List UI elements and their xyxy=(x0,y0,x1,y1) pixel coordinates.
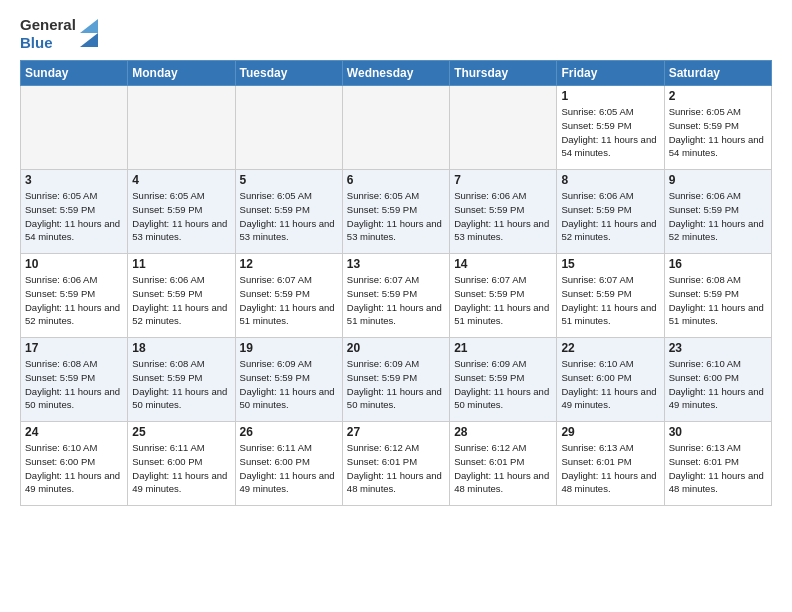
day-number: 13 xyxy=(347,257,445,271)
day-info: Sunrise: 6:05 AMSunset: 5:59 PMDaylight:… xyxy=(132,189,230,244)
day-number: 25 xyxy=(132,425,230,439)
calendar-day-cell: 27Sunrise: 6:12 AMSunset: 6:01 PMDayligh… xyxy=(342,422,449,506)
day-info: Sunrise: 6:05 AMSunset: 5:59 PMDaylight:… xyxy=(347,189,445,244)
calendar-day-cell: 15Sunrise: 6:07 AMSunset: 5:59 PMDayligh… xyxy=(557,254,664,338)
calendar-week-row: 3Sunrise: 6:05 AMSunset: 5:59 PMDaylight… xyxy=(21,170,772,254)
day-info: Sunrise: 6:06 AMSunset: 5:59 PMDaylight:… xyxy=(669,189,767,244)
calendar-day-cell: 1Sunrise: 6:05 AMSunset: 5:59 PMDaylight… xyxy=(557,86,664,170)
calendar-day-cell: 20Sunrise: 6:09 AMSunset: 5:59 PMDayligh… xyxy=(342,338,449,422)
calendar-week-row: 17Sunrise: 6:08 AMSunset: 5:59 PMDayligh… xyxy=(21,338,772,422)
day-number: 9 xyxy=(669,173,767,187)
day-number: 21 xyxy=(454,341,552,355)
calendar-day-cell: 4Sunrise: 6:05 AMSunset: 5:59 PMDaylight… xyxy=(128,170,235,254)
day-info: Sunrise: 6:10 AMSunset: 6:00 PMDaylight:… xyxy=(669,357,767,412)
day-info: Sunrise: 6:06 AMSunset: 5:59 PMDaylight:… xyxy=(132,273,230,328)
logo-line2: Blue xyxy=(20,34,76,52)
calendar-day-cell: 19Sunrise: 6:09 AMSunset: 5:59 PMDayligh… xyxy=(235,338,342,422)
day-number: 22 xyxy=(561,341,659,355)
day-info: Sunrise: 6:05 AMSunset: 5:59 PMDaylight:… xyxy=(240,189,338,244)
day-info: Sunrise: 6:13 AMSunset: 6:01 PMDaylight:… xyxy=(561,441,659,496)
calendar-day-cell: 22Sunrise: 6:10 AMSunset: 6:00 PMDayligh… xyxy=(557,338,664,422)
calendar-day-cell: 10Sunrise: 6:06 AMSunset: 5:59 PMDayligh… xyxy=(21,254,128,338)
day-info: Sunrise: 6:05 AMSunset: 5:59 PMDaylight:… xyxy=(561,105,659,160)
calendar-day-cell: 26Sunrise: 6:11 AMSunset: 6:00 PMDayligh… xyxy=(235,422,342,506)
logo: General Blue xyxy=(20,16,100,52)
day-number: 8 xyxy=(561,173,659,187)
day-info: Sunrise: 6:06 AMSunset: 5:59 PMDaylight:… xyxy=(25,273,123,328)
calendar-day-cell: 11Sunrise: 6:06 AMSunset: 5:59 PMDayligh… xyxy=(128,254,235,338)
day-info: Sunrise: 6:05 AMSunset: 5:59 PMDaylight:… xyxy=(25,189,123,244)
calendar-day-cell: 14Sunrise: 6:07 AMSunset: 5:59 PMDayligh… xyxy=(450,254,557,338)
day-info: Sunrise: 6:07 AMSunset: 5:59 PMDaylight:… xyxy=(454,273,552,328)
day-number: 17 xyxy=(25,341,123,355)
day-info: Sunrise: 6:09 AMSunset: 5:59 PMDaylight:… xyxy=(240,357,338,412)
calendar-day-cell: 18Sunrise: 6:08 AMSunset: 5:59 PMDayligh… xyxy=(128,338,235,422)
calendar-day-cell: 25Sunrise: 6:11 AMSunset: 6:00 PMDayligh… xyxy=(128,422,235,506)
day-number: 20 xyxy=(347,341,445,355)
day-info: Sunrise: 6:07 AMSunset: 5:59 PMDaylight:… xyxy=(240,273,338,328)
calendar-day-cell: 17Sunrise: 6:08 AMSunset: 5:59 PMDayligh… xyxy=(21,338,128,422)
calendar-day-cell: 3Sunrise: 6:05 AMSunset: 5:59 PMDaylight… xyxy=(21,170,128,254)
day-number: 28 xyxy=(454,425,552,439)
day-number: 18 xyxy=(132,341,230,355)
calendar-day-cell: 2Sunrise: 6:05 AMSunset: 5:59 PMDaylight… xyxy=(664,86,771,170)
day-info: Sunrise: 6:10 AMSunset: 6:00 PMDaylight:… xyxy=(561,357,659,412)
day-info: Sunrise: 6:09 AMSunset: 5:59 PMDaylight:… xyxy=(454,357,552,412)
calendar-day-cell: 30Sunrise: 6:13 AMSunset: 6:01 PMDayligh… xyxy=(664,422,771,506)
day-info: Sunrise: 6:08 AMSunset: 5:59 PMDaylight:… xyxy=(25,357,123,412)
calendar-day-cell xyxy=(128,86,235,170)
day-info: Sunrise: 6:10 AMSunset: 6:00 PMDaylight:… xyxy=(25,441,123,496)
calendar-week-row: 10Sunrise: 6:06 AMSunset: 5:59 PMDayligh… xyxy=(21,254,772,338)
day-number: 27 xyxy=(347,425,445,439)
day-number: 7 xyxy=(454,173,552,187)
day-number: 19 xyxy=(240,341,338,355)
day-number: 30 xyxy=(669,425,767,439)
calendar-day-cell: 29Sunrise: 6:13 AMSunset: 6:01 PMDayligh… xyxy=(557,422,664,506)
calendar-day-cell: 6Sunrise: 6:05 AMSunset: 5:59 PMDaylight… xyxy=(342,170,449,254)
calendar-day-cell xyxy=(450,86,557,170)
day-info: Sunrise: 6:05 AMSunset: 5:59 PMDaylight:… xyxy=(669,105,767,160)
day-number: 2 xyxy=(669,89,767,103)
calendar-day-cell: 16Sunrise: 6:08 AMSunset: 5:59 PMDayligh… xyxy=(664,254,771,338)
column-header-monday: Monday xyxy=(128,61,235,86)
day-number: 1 xyxy=(561,89,659,103)
logo-line1: General xyxy=(20,16,76,34)
column-header-wednesday: Wednesday xyxy=(342,61,449,86)
day-info: Sunrise: 6:09 AMSunset: 5:59 PMDaylight:… xyxy=(347,357,445,412)
day-number: 6 xyxy=(347,173,445,187)
svg-marker-1 xyxy=(80,19,98,33)
calendar-day-cell xyxy=(342,86,449,170)
day-info: Sunrise: 6:07 AMSunset: 5:59 PMDaylight:… xyxy=(561,273,659,328)
logo-triangle-icon xyxy=(78,19,100,49)
page: General Blue SundayMondayTuesdayWednesda… xyxy=(0,0,792,526)
calendar-day-cell: 13Sunrise: 6:07 AMSunset: 5:59 PMDayligh… xyxy=(342,254,449,338)
calendar-header-row: SundayMondayTuesdayWednesdayThursdayFrid… xyxy=(21,61,772,86)
day-number: 15 xyxy=(561,257,659,271)
calendar-day-cell: 12Sunrise: 6:07 AMSunset: 5:59 PMDayligh… xyxy=(235,254,342,338)
column-header-tuesday: Tuesday xyxy=(235,61,342,86)
day-info: Sunrise: 6:06 AMSunset: 5:59 PMDaylight:… xyxy=(561,189,659,244)
calendar-week-row: 24Sunrise: 6:10 AMSunset: 6:00 PMDayligh… xyxy=(21,422,772,506)
day-info: Sunrise: 6:12 AMSunset: 6:01 PMDaylight:… xyxy=(347,441,445,496)
day-number: 29 xyxy=(561,425,659,439)
day-info: Sunrise: 6:12 AMSunset: 6:01 PMDaylight:… xyxy=(454,441,552,496)
calendar-day-cell: 23Sunrise: 6:10 AMSunset: 6:00 PMDayligh… xyxy=(664,338,771,422)
day-number: 3 xyxy=(25,173,123,187)
column-header-thursday: Thursday xyxy=(450,61,557,86)
column-header-friday: Friday xyxy=(557,61,664,86)
calendar-day-cell xyxy=(21,86,128,170)
day-number: 5 xyxy=(240,173,338,187)
calendar-day-cell: 9Sunrise: 6:06 AMSunset: 5:59 PMDaylight… xyxy=(664,170,771,254)
day-info: Sunrise: 6:11 AMSunset: 6:00 PMDaylight:… xyxy=(240,441,338,496)
calendar-day-cell: 5Sunrise: 6:05 AMSunset: 5:59 PMDaylight… xyxy=(235,170,342,254)
calendar-day-cell xyxy=(235,86,342,170)
header: General Blue xyxy=(20,16,772,52)
calendar-week-row: 1Sunrise: 6:05 AMSunset: 5:59 PMDaylight… xyxy=(21,86,772,170)
day-info: Sunrise: 6:13 AMSunset: 6:01 PMDaylight:… xyxy=(669,441,767,496)
day-info: Sunrise: 6:07 AMSunset: 5:59 PMDaylight:… xyxy=(347,273,445,328)
day-info: Sunrise: 6:06 AMSunset: 5:59 PMDaylight:… xyxy=(454,189,552,244)
calendar-day-cell: 8Sunrise: 6:06 AMSunset: 5:59 PMDaylight… xyxy=(557,170,664,254)
day-info: Sunrise: 6:08 AMSunset: 5:59 PMDaylight:… xyxy=(132,357,230,412)
column-header-sunday: Sunday xyxy=(21,61,128,86)
day-number: 16 xyxy=(669,257,767,271)
